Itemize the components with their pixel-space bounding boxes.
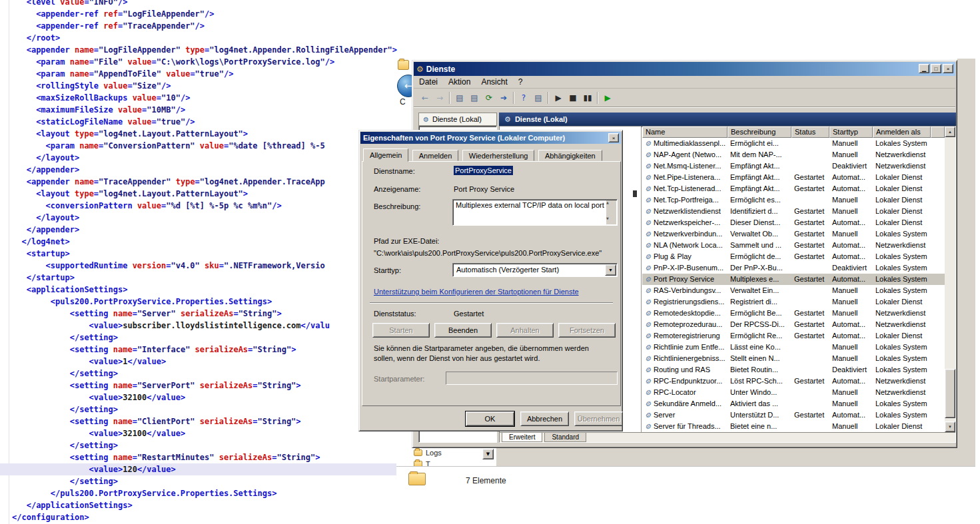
tab-allgemein[interactable]: Allgemein xyxy=(363,148,408,162)
service-row[interactable]: ⚙NAP-Agent (Netwo...Mit dem NAP-...Manue… xyxy=(642,149,945,160)
code-line[interactable]: <layout type="log4net.Layout.PatternLayo… xyxy=(12,188,397,200)
code-line[interactable]: </layout> xyxy=(12,152,397,164)
start-button[interactable]: Starten xyxy=(372,323,430,338)
code-line[interactable]: </setting> xyxy=(12,332,397,344)
code-line[interactable]: <param name="File" value="C:\work\logs\P… xyxy=(12,56,397,68)
code-line[interactable]: <appender name="TraceAppender" type="log… xyxy=(12,176,397,188)
code-line[interactable]: <appender-ref ref="TraceAppender"/> xyxy=(12,20,397,32)
service-row[interactable]: ⚙Port Proxy ServiceMultiplexes e...Gesta… xyxy=(642,274,945,285)
startup-options-help-link[interactable]: Unterstützung beim Konfigurieren der Sta… xyxy=(374,288,579,296)
service-row[interactable]: ⚙Net.Pipe-Listenera...Empfängt Akt...Ges… xyxy=(642,172,945,183)
service-row[interactable]: ⚙NetzwerklistendienstIdentifiziert d...G… xyxy=(642,206,945,217)
start-parameters-field[interactable] xyxy=(446,372,618,385)
code-line[interactable]: </log4net> xyxy=(12,236,397,248)
service-row[interactable]: ⚙RemoteregistrierungErmöglicht Re...Gest… xyxy=(642,330,945,342)
service-row[interactable]: ⚙Plug & PlayErmöglicht de...GestartetAut… xyxy=(642,251,945,262)
code-line[interactable]: <value>120</value> xyxy=(12,463,397,475)
service-row[interactable]: ⚙PnP-X-IP-Busenum...Der PnP-X-Bu...Deakt… xyxy=(642,262,945,274)
menu-item[interactable]: Datei xyxy=(414,77,443,87)
code-line[interactable]: <param name="ConversionPattern" value="%… xyxy=(12,140,397,152)
show-console-tree-icon[interactable]: ▤ xyxy=(452,91,467,105)
service-row[interactable]: ⚙Multimediaklassenpl...Ermöglicht ei...M… xyxy=(642,138,945,149)
tab-extended[interactable]: Erweitert xyxy=(502,433,542,442)
code-line[interactable]: </configuration> xyxy=(12,511,397,523)
list-scrollbar[interactable]: ▲ ▼ xyxy=(945,127,955,432)
pause-button[interactable]: Anhalten xyxy=(496,323,554,338)
service-row[interactable]: ⚙Netzwerkspeicher-...Dieser Dienst...Ges… xyxy=(642,217,945,228)
menu-item[interactable]: Ansicht xyxy=(476,77,512,87)
service-row[interactable]: ⚙Registrierungsdiens...Registriert di...… xyxy=(642,296,945,308)
console-root-tab[interactable]: ⚙ Dienste (Lokal) xyxy=(418,113,497,126)
service-row[interactable]: ⚙Net.Msmq-Listener...Empfängt Akt...Deak… xyxy=(642,160,945,172)
new-window-icon[interactable]: ▤ xyxy=(531,91,546,105)
code-line[interactable]: <value>32100</value> xyxy=(12,392,397,403)
restart-service-icon[interactable]: ▶ xyxy=(600,91,615,105)
resume-button[interactable]: Fortsetzen xyxy=(558,323,616,338)
service-row[interactable]: ⚙RPC-Endpunktzuor...Löst RPC-Sch...Gesta… xyxy=(642,376,945,387)
code-line[interactable]: <layout type="log4net.Layout.PatternLayo… xyxy=(12,128,397,140)
combobox-dropdown-button[interactable]: ▼ xyxy=(605,264,616,276)
explorer-folder-item[interactable]: T xyxy=(396,459,496,466)
minimize-button[interactable]: ▁ xyxy=(919,64,929,73)
stop-service-icon[interactable]: ■ xyxy=(566,91,580,105)
stop-button[interactable]: Beenden xyxy=(434,323,492,338)
code-line[interactable]: </setting> xyxy=(12,475,397,487)
service-row[interactable]: ⚙Remotedesktopdie...Ermöglicht Be...Gest… xyxy=(642,308,945,319)
dialog-titlebar[interactable]: Eigenschaften von Port Proxy Service (Lo… xyxy=(360,132,621,144)
service-row[interactable]: ⚙RAS-Verbindungsv...Verwaltet Ein...Manu… xyxy=(642,285,945,296)
scroll-up-button[interactable]: ▲ xyxy=(945,127,955,137)
code-line[interactable]: <setting name="ClientPort" serializeAs="… xyxy=(12,415,397,427)
column-header-description[interactable]: Beschreibung xyxy=(728,127,791,138)
service-row[interactable]: ⚙Net.Tcp-Portfreiga...Ermöglicht es...Ma… xyxy=(642,194,945,206)
code-line[interactable]: <value>32100</value> xyxy=(12,427,397,439)
tab-standard[interactable]: Standard xyxy=(544,433,586,442)
menu-item[interactable]: Aktion xyxy=(443,77,476,87)
code-line[interactable]: <setting name="Server" serializeAs="Stri… xyxy=(12,308,397,320)
column-header-starttype[interactable]: Starttyp xyxy=(829,127,873,138)
code-line[interactable]: <supportedRuntime version="v4.0" sku=".N… xyxy=(12,260,397,272)
code-line[interactable]: </applicationSettings> xyxy=(12,499,397,511)
scroll-thumb[interactable] xyxy=(945,369,955,418)
services-window-titlebar[interactable]: ⚙ Dienste ▁ □ × xyxy=(414,62,955,76)
starttype-combobox[interactable]: Automatisch (Verzögerter Start) ▼ xyxy=(452,263,618,277)
scroll-down-button[interactable]: ▼ xyxy=(606,216,616,224)
service-row[interactable]: ⚙Routing und RASBietet Routin...Deaktivi… xyxy=(642,364,945,376)
properties-window-icon[interactable]: ▤ xyxy=(467,91,482,105)
service-row[interactable]: ⚙Server für Threads...Bietet eine n...Ma… xyxy=(642,421,945,432)
code-line[interactable]: <setting name="RestartMinutes" serialize… xyxy=(12,451,397,463)
scroll-up-button[interactable]: ▲ xyxy=(606,200,616,208)
back-arrow-icon[interactable]: ← xyxy=(418,91,432,105)
code-line[interactable]: <level value="INFO"/> xyxy=(12,0,397,8)
code-line[interactable]: </setting> xyxy=(12,403,397,415)
start-service-icon[interactable]: ▶ xyxy=(551,91,566,105)
service-row[interactable]: ⚙Net.Tcp-Listenerad...Empfängt Akt...Ges… xyxy=(642,183,945,194)
code-line[interactable]: </root> xyxy=(12,32,397,44)
code-line[interactable]: <rollingStyle value="Size"/> xyxy=(12,80,397,92)
tab-abhaengigkeiten[interactable]: Abhängigkeiten xyxy=(538,150,602,161)
column-header-status[interactable]: Status xyxy=(791,127,829,138)
description-field[interactable]: Multiplexes external TCP/IP data on loca… xyxy=(452,199,618,226)
code-line[interactable]: </layout> xyxy=(12,212,397,224)
description-scrollbar[interactable]: ▲ ▼ xyxy=(606,200,616,224)
display-name-field[interactable]: Port Proxy Service xyxy=(454,185,514,193)
code-line[interactable]: <startup> xyxy=(12,248,397,260)
code-line[interactable]: </setting> xyxy=(12,368,397,380)
column-header-name[interactable]: Name xyxy=(642,127,728,138)
code-line[interactable]: <maximumFileSize value="10MB"/> xyxy=(12,104,397,116)
service-row[interactable]: ⚙Remoteprozedurau...Der RPCSS-Di...Gesta… xyxy=(642,319,945,330)
code-line[interactable]: <setting name="ServerPort" serializeAs="… xyxy=(12,380,397,392)
code-line[interactable]: <setting name="Interface" serializeAs="S… xyxy=(12,344,397,356)
service-row[interactable]: ⚙Sekundäre Anmeld...Aktiviert das ...Man… xyxy=(642,398,945,409)
export-list-icon[interactable]: ➔ xyxy=(496,91,511,105)
forward-arrow-icon[interactable]: → xyxy=(432,91,447,105)
service-row[interactable]: ⚙Richtlinie zum Entfe...Lässt eine Ko...… xyxy=(642,342,945,353)
code-line[interactable]: <staticLogFileName value="true"/> xyxy=(12,116,397,128)
code-line[interactable]: </puls200.PortProxyService.Properties.Se… xyxy=(12,487,397,499)
scroll-down-button[interactable]: ▼ xyxy=(945,421,955,432)
code-line[interactable]: <appender-ref ref="LogFileAppender"/> xyxy=(12,8,397,20)
explorer-folder-item[interactable]: Logs xyxy=(396,448,496,459)
ok-button[interactable]: OK xyxy=(466,411,514,426)
code-line[interactable]: </setting> xyxy=(12,439,397,451)
menu-item[interactable]: ? xyxy=(513,77,528,87)
code-line[interactable]: <conversionPattern value="%d [%t] %-5p %… xyxy=(12,200,397,212)
